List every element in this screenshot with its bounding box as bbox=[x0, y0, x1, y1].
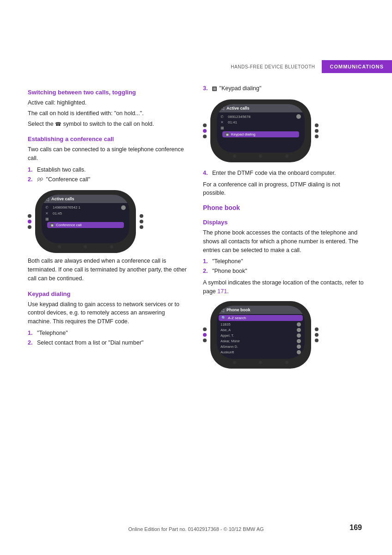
ctrl-btn bbox=[140, 214, 143, 218]
ctrl-btn bbox=[315, 129, 318, 133]
screen-title: Active calls bbox=[51, 197, 126, 201]
ctrl-btn bbox=[203, 123, 207, 127]
call-time: 01:41 bbox=[228, 120, 301, 124]
dtmf-note: For a conference call in progress, DTMF … bbox=[203, 180, 364, 198]
svg-point-0 bbox=[38, 178, 40, 180]
phonebook-device-screenshot: ◁ Phone book 🔍 A-Z search 11B35 Abe, bbox=[203, 301, 318, 369]
bottom-dot bbox=[259, 361, 262, 364]
bottom-dot bbox=[285, 154, 288, 158]
keypad-icon: ▦ bbox=[212, 86, 217, 91]
phone-number: 149899876542 1 bbox=[53, 205, 121, 210]
contact-row-2: Appel, T. bbox=[217, 333, 305, 338]
conference-step-2: 2. "Conference call" bbox=[28, 175, 189, 184]
step-num: 2. bbox=[28, 339, 34, 347]
step3-item: 3. ▦ "Keypad dialing" bbox=[203, 84, 364, 93]
left-column: Switching between two calls, toggling Ac… bbox=[28, 81, 189, 372]
x-icon: ✕ bbox=[220, 120, 226, 124]
ctrl-btn bbox=[315, 135, 318, 138]
right-controls bbox=[315, 327, 318, 342]
step-num: 2. bbox=[28, 175, 34, 184]
contact-name: Askar, Münir bbox=[220, 339, 297, 343]
keypad-device-screenshot: ◁ Active calls ✆ 08912345678 ✕ 01: bbox=[203, 99, 318, 162]
conference-note: Both calls are always ended when a confe… bbox=[28, 257, 189, 283]
step-text: ▦ "Keypad dialing" bbox=[212, 84, 261, 93]
contact-row-1: Abe, A bbox=[217, 327, 305, 333]
bottom-dots bbox=[217, 153, 305, 158]
keypad-label: Keypad dialing bbox=[231, 132, 255, 136]
step-text: Establish two calls. bbox=[37, 166, 86, 174]
step-num: 2. bbox=[203, 267, 209, 276]
contact-badge bbox=[297, 339, 301, 343]
step4-item: 4. Enter the DTMF code via the onboard c… bbox=[203, 169, 364, 178]
footer-text: Online Edition for Part no. 01402917368 … bbox=[128, 526, 263, 532]
ctrl-btn-active bbox=[203, 129, 207, 133]
step-text: Select contact from a list or "Dial numb… bbox=[37, 339, 144, 347]
screen-topbar: ◁ Active calls bbox=[217, 104, 305, 112]
screen-row-phone: ✆ 149899876542 1 bbox=[45, 204, 126, 210]
header-right-label: COMMUNICATIONS bbox=[322, 60, 392, 73]
switching-title: Switching between two calls, toggling bbox=[28, 89, 189, 96]
page-header: HANDS-FREE DEVICE BLUETOOTH COMMUNICATIO… bbox=[0, 0, 392, 73]
bottom-dot bbox=[259, 154, 262, 158]
phone-number: 08912345678 bbox=[228, 115, 296, 119]
contact-row-3: Askar, Münir bbox=[217, 338, 305, 344]
device-body: ◁ Phone book 🔍 A-Z search 11B35 Abe, bbox=[210, 301, 311, 369]
step-num: 1. bbox=[203, 257, 209, 266]
ctrl-btn bbox=[203, 135, 207, 138]
keypad-icon: ▦ bbox=[220, 126, 226, 130]
contact-badge bbox=[297, 322, 301, 327]
ctrl-btn bbox=[28, 214, 31, 218]
page-ref-link[interactable]: 171 bbox=[217, 288, 227, 295]
ctrl-btn bbox=[315, 327, 318, 331]
step-text: "Conference call" bbox=[37, 175, 90, 184]
phone-icon: ✆ bbox=[220, 115, 226, 119]
page-number: 169 bbox=[349, 524, 362, 532]
contact-badge bbox=[297, 328, 301, 332]
screen-row-icon: ▦ bbox=[45, 216, 126, 222]
switching-para2: The call on hold is identified with: "on… bbox=[28, 109, 189, 118]
phonebook-title: Phone book bbox=[203, 204, 364, 211]
step-text: "Phone book" bbox=[212, 267, 247, 276]
ctrl-btn bbox=[315, 123, 318, 127]
switching-para3: Select the ☎ symbol to switch to the cal… bbox=[28, 120, 189, 129]
left-controls bbox=[28, 214, 31, 229]
search-label: A-Z search bbox=[228, 316, 246, 320]
keypad-kp-icon: ▦ bbox=[225, 132, 229, 136]
screen-topbar: ◁ Phone book bbox=[217, 306, 305, 314]
step-text: "Telephone" bbox=[212, 257, 243, 266]
bottom-dot bbox=[233, 154, 236, 158]
row-badge bbox=[296, 114, 301, 119]
right-controls bbox=[315, 123, 318, 138]
ctrl-btn bbox=[315, 339, 318, 342]
symbol-note: A symbol indicates the storage location … bbox=[203, 278, 364, 296]
back-arrow-icon: ◁ bbox=[220, 105, 224, 111]
screen-row-time: ✕ 01:41 bbox=[220, 120, 301, 125]
displays-title: Displays bbox=[203, 219, 364, 226]
conference-step-1: 1. Establish two calls. bbox=[28, 166, 189, 174]
phonebook-search-row: 🔍 A-Z search bbox=[219, 315, 303, 321]
step-text: "Telephone" bbox=[37, 329, 68, 338]
call-time: 01:45 bbox=[53, 211, 126, 216]
ctrl-btn bbox=[203, 327, 207, 331]
bottom-dots bbox=[217, 359, 305, 364]
contact-row-5: Auskunft bbox=[217, 349, 305, 355]
conference-screen: ◁ Active calls ✆ 149899876542 1 ✕ bbox=[42, 195, 129, 243]
bottom-dot bbox=[58, 245, 61, 248]
step-text: Enter the DTMF code via the onboard comp… bbox=[212, 169, 336, 178]
svg-point-1 bbox=[41, 178, 43, 180]
switching-para1: Active call: highlighted. bbox=[28, 99, 189, 107]
screen-title: Active calls bbox=[227, 106, 301, 111]
contact-name: 11B35 bbox=[220, 322, 297, 327]
conference-intro: Two calls can be connected to a single t… bbox=[28, 145, 189, 163]
keypad-step-2: 2. Select contact from a list or "Dial n… bbox=[28, 339, 189, 347]
contact-row-0: 11B35 bbox=[217, 321, 305, 327]
screen-row-icon: ▦ bbox=[220, 125, 301, 131]
conference-title: Establishing a conference call bbox=[28, 136, 189, 142]
screen-body: ✆ 149899876542 1 ✕ 01:45 ▦ bbox=[42, 203, 129, 230]
displays-intro: The phone book accesses the contacts of … bbox=[203, 228, 364, 254]
phonebook-step-2: 2. "Phone book" bbox=[203, 267, 364, 276]
main-content: Switching between two calls, toggling Ac… bbox=[0, 81, 392, 372]
right-column: 3. ▦ "Keypad dialing" ◁ bbox=[203, 81, 364, 372]
back-arrow-icon: ◁ bbox=[45, 197, 49, 202]
screen-topbar: ◁ Active calls bbox=[42, 195, 129, 203]
